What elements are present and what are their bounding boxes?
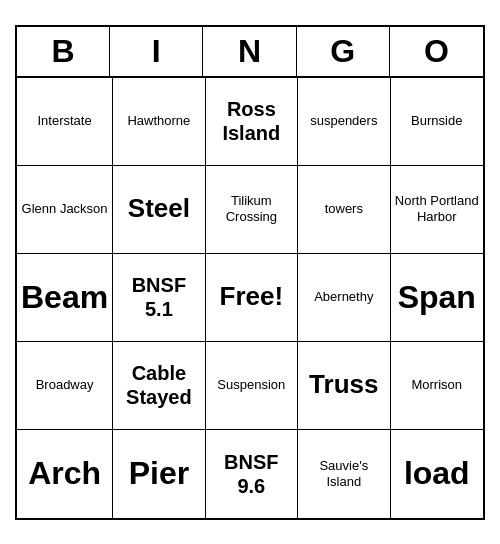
- cell-text: BNSF 9.6: [210, 450, 293, 498]
- cell-text: Interstate: [37, 113, 91, 129]
- bingo-cell[interactable]: Steel: [113, 166, 205, 254]
- cell-text: Pier: [129, 454, 189, 492]
- bingo-cell[interactable]: towers: [298, 166, 390, 254]
- bingo-cell[interactable]: Morrison: [391, 342, 483, 430]
- bingo-cell[interactable]: North Portland Harbor: [391, 166, 483, 254]
- cell-text: North Portland Harbor: [395, 193, 479, 224]
- cell-text: Glenn Jackson: [22, 201, 108, 217]
- cell-text: Beam: [21, 278, 108, 316]
- cell-text: Morrison: [411, 377, 462, 393]
- cell-text: Cable Stayed: [117, 361, 200, 409]
- cell-text: Abernethy: [314, 289, 373, 305]
- bingo-cell[interactable]: Truss: [298, 342, 390, 430]
- cell-text: Free!: [220, 281, 284, 312]
- bingo-cell[interactable]: Tilikum Crossing: [206, 166, 298, 254]
- bingo-cell[interactable]: Sauvie's Island: [298, 430, 390, 518]
- bingo-cell[interactable]: Pier: [113, 430, 205, 518]
- bingo-cell[interactable]: Ross Island: [206, 78, 298, 166]
- bingo-card: BINGO InterstateHawthorneRoss Islandsusp…: [15, 25, 485, 520]
- bingo-cell[interactable]: Broadway: [17, 342, 113, 430]
- header-letter: I: [110, 27, 203, 76]
- cell-text: towers: [325, 201, 363, 217]
- bingo-cell[interactable]: BNSF 5.1: [113, 254, 205, 342]
- cell-text: Truss: [309, 369, 378, 400]
- bingo-cell[interactable]: suspenders: [298, 78, 390, 166]
- bingo-cell[interactable]: Arch: [17, 430, 113, 518]
- bingo-header: BINGO: [17, 27, 483, 78]
- cell-text: Broadway: [36, 377, 94, 393]
- cell-text: Ross Island: [210, 97, 293, 145]
- header-letter: B: [17, 27, 110, 76]
- cell-text: Hawthorne: [127, 113, 190, 129]
- bingo-cell[interactable]: Span: [391, 254, 483, 342]
- cell-text: Sauvie's Island: [302, 458, 385, 489]
- cell-text: Span: [398, 278, 476, 316]
- bingo-cell[interactable]: Abernethy: [298, 254, 390, 342]
- cell-text: suspenders: [310, 113, 377, 129]
- header-letter: O: [390, 27, 483, 76]
- bingo-grid: InterstateHawthorneRoss Islandsuspenders…: [17, 78, 483, 518]
- cell-text: Steel: [128, 193, 190, 224]
- cell-text: Burnside: [411, 113, 462, 129]
- bingo-cell[interactable]: Glenn Jackson: [17, 166, 113, 254]
- header-letter: G: [297, 27, 390, 76]
- bingo-cell[interactable]: Burnside: [391, 78, 483, 166]
- cell-text: Arch: [28, 454, 101, 492]
- cell-text: load: [404, 454, 470, 492]
- cell-text: Tilikum Crossing: [210, 193, 293, 224]
- cell-text: Suspension: [217, 377, 285, 393]
- bingo-cell[interactable]: Free!: [206, 254, 298, 342]
- bingo-cell[interactable]: BNSF 9.6: [206, 430, 298, 518]
- bingo-cell[interactable]: Cable Stayed: [113, 342, 205, 430]
- bingo-cell[interactable]: Suspension: [206, 342, 298, 430]
- bingo-cell[interactable]: Hawthorne: [113, 78, 205, 166]
- bingo-cell[interactable]: Beam: [17, 254, 113, 342]
- cell-text: BNSF 5.1: [117, 273, 200, 321]
- bingo-cell[interactable]: load: [391, 430, 483, 518]
- header-letter: N: [203, 27, 296, 76]
- bingo-cell[interactable]: Interstate: [17, 78, 113, 166]
